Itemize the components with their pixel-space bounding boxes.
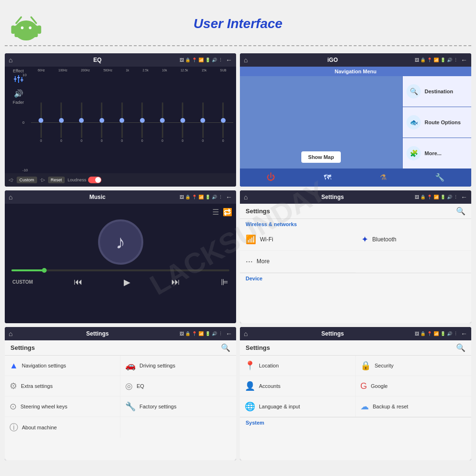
sn-factory-icon: 🔧 [125, 401, 136, 412]
ss-location-label: Location [259, 363, 279, 368]
ss-back-icon[interactable]: ← [461, 330, 467, 337]
nav-power-icon[interactable]: ⏻ [267, 172, 275, 182]
sw-search-icon[interactable]: 🔍 [456, 207, 466, 216]
nav-img-icon: 🖼 [415, 58, 419, 62]
ss-wifi-icon: 📶 [434, 331, 439, 336]
sw-more-label: More [257, 258, 269, 265]
freq-60hz: 60Hz [38, 69, 45, 72]
sw-device-section: Device [240, 273, 471, 283]
eq-slider-6[interactable]: 0 [161, 73, 163, 172]
ss-backup-item[interactable]: ☁ Backup & reset [356, 397, 471, 417]
sn-steering-item[interactable]: ⊙ Steering wheel keys [5, 397, 120, 417]
ss-header-title: Settings [246, 344, 456, 351]
eq-slider-7[interactable]: 0 [182, 73, 184, 172]
sn-home-icon[interactable]: ⌂ [9, 330, 12, 337]
eq-location-icon: 📍 [192, 58, 197, 62]
music-back-icon[interactable]: ← [226, 193, 232, 201]
ss-accounts-item[interactable]: 👤 Accounts [240, 376, 356, 397]
freq-12.5k: 12.5k [180, 69, 188, 72]
sw-status-bar: ⌂ Settings 🖼 🔒 📍 📶 🔋 🔊 ⋮ ← [240, 190, 471, 204]
sn-search-icon[interactable]: 🔍 [221, 343, 230, 352]
nav-back-icon[interactable]: ← [461, 56, 467, 64]
eq-slider-1[interactable]: 0 [60, 73, 62, 172]
music-list-icon[interactable]: ☰ [212, 208, 219, 217]
svg-rect-3 [37, 26, 41, 34]
eq-slider-4[interactable]: 0 [121, 73, 123, 172]
nav-destination-item[interactable]: 🔍 Destination [403, 76, 471, 107]
ss-status-bar: ⌂ Settings 🖼 🔒 📍 📶 🔋 🔊 ⋮ ← [240, 327, 471, 340]
sn-about-item[interactable]: ⓘ About machine [5, 417, 120, 438]
sn-factory-item[interactable]: 🔧 Factory settings [120, 397, 236, 417]
sn-extra-icon: ⚙ [10, 381, 17, 391]
sw-bluetooth-item[interactable]: ✦ Bluetooth [356, 228, 471, 251]
eq-custom-button[interactable]: Custom [17, 177, 37, 183]
nav-home-icon[interactable]: ⌂ [244, 56, 248, 64]
nav-more-item[interactable]: 🧩 More... [403, 138, 471, 169]
music-queue-button[interactable]: ⊫ [221, 277, 228, 288]
sw-menu-icon: ⋮ [454, 195, 458, 199]
sw-home-icon[interactable]: ⌂ [244, 193, 248, 201]
music-home-icon[interactable]: ⌂ [9, 193, 12, 201]
ss-search-icon[interactable]: 🔍 [456, 343, 466, 352]
sn-status-bar: ⌂ Settings 🖼 🔒 📍 📶 🔋 🔊 ⋮ ← [5, 327, 236, 340]
music-prev-button[interactable]: ⏮ [74, 277, 82, 287]
nav-lock-icon: 🔒 [420, 58, 426, 62]
eq-title: EQ [15, 57, 179, 63]
show-map-button[interactable]: Show Map [301, 151, 340, 163]
freq-200hz: 200Hz [81, 69, 90, 72]
eq-slider-3[interactable]: 0 [101, 73, 103, 172]
eq-toggle-switch[interactable] [88, 177, 101, 183]
sn-driving-item[interactable]: 🚗 Driving settings [120, 356, 236, 376]
nav-destination-icon: 🔍 [407, 84, 421, 99]
eq-reset-button[interactable]: Reset [48, 177, 65, 183]
music-lock-icon: 🔒 [185, 195, 190, 199]
sw-status-icons: 🖼 🔒 📍 📶 🔋 🔊 ⋮ [415, 195, 458, 199]
sw-back-icon[interactable]: ← [461, 193, 467, 201]
eq-home-icon[interactable]: ⌂ [9, 56, 12, 64]
sn-factory-label: Factory settings [139, 404, 177, 409]
nav-wrench-icon[interactable]: 🔧 [435, 173, 445, 182]
sn-about-label: About machine [22, 425, 57, 430]
sn-extra-item[interactable]: ⚙ Extra settings [5, 376, 120, 397]
eq-slider-9[interactable]: 0 [222, 73, 224, 172]
ss-home-icon[interactable]: ⌂ [244, 330, 248, 337]
eq-prev-icon[interactable]: ◁· [9, 177, 14, 182]
nav-route-options-item[interactable]: 🐟 Route Options [403, 107, 471, 138]
sn-driving-label: Driving settings [139, 363, 175, 368]
nav-map-icon[interactable]: 🗺 [324, 173, 331, 182]
ss-google-item[interactable]: G Google [356, 376, 471, 397]
eq-slider-5[interactable]: 0 [141, 73, 143, 172]
ss-language-item[interactable]: 🌐 Language & input [240, 397, 356, 417]
eq-img-icon: 🖼 [179, 58, 184, 62]
sn-nav-settings-item[interactable]: ▲ Navigation settings [5, 356, 120, 376]
music-progress-fill [11, 269, 44, 271]
nav-route-icon: 🐟 [407, 115, 421, 129]
ss-items-grid: 📍 Location 🔒 Security 👤 Accounts G Googl… [240, 356, 471, 417]
music-location-icon: 📍 [192, 195, 197, 199]
sw-wifi-item[interactable]: 📶 Wi-Fi [240, 228, 356, 251]
eq-lock-icon: 🔒 [185, 58, 190, 62]
music-play-button[interactable]: ▶ [124, 277, 130, 288]
music-menu-icon: ⋮ [218, 195, 223, 199]
eq-next-icon[interactable]: ·▷ [40, 177, 45, 182]
eq-slider-8[interactable]: 0 [202, 73, 204, 172]
sn-eq-item[interactable]: ◎ EQ [120, 376, 236, 397]
nav-map-area[interactable]: Show Map [240, 76, 402, 169]
sn-back-icon[interactable]: ← [226, 330, 232, 337]
ss-security-item[interactable]: 🔒 Security [356, 356, 471, 376]
nav-destination-label: Destination [425, 89, 453, 94]
music-battery-icon: 🔋 [205, 195, 210, 199]
eq-slider-0[interactable]: 0 [40, 73, 42, 172]
music-repeat-icon[interactable]: 🔁 [223, 208, 232, 217]
freq-500hz: 500Hz [103, 69, 112, 72]
nav-flask-icon[interactable]: ⚗ [380, 173, 387, 182]
sn-steering-label: Steering wheel keys [20, 404, 67, 409]
sw-more-item[interactable]: ··· More [240, 251, 356, 273]
eq-slider-2[interactable]: 0 [80, 73, 82, 172]
music-progress-dot [42, 268, 47, 273]
eq-back-icon[interactable]: ← [226, 56, 232, 64]
music-next-button[interactable]: ⏭ [171, 277, 180, 287]
ss-location-item[interactable]: 📍 Location [240, 356, 356, 376]
music-progress-bar[interactable] [11, 269, 229, 271]
ss-google-icon: G [360, 381, 367, 391]
